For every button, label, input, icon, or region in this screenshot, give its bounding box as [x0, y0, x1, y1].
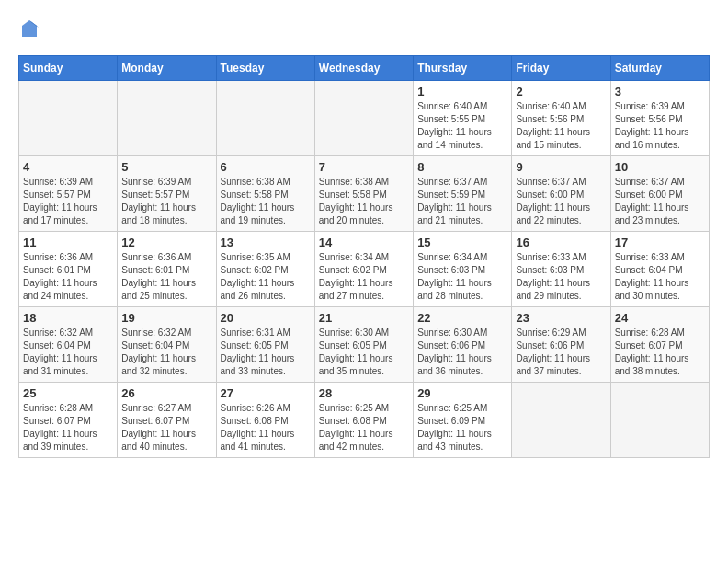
calendar-cell: 9Sunrise: 6:37 AM Sunset: 6:00 PM Daylig… — [512, 156, 610, 232]
logo — [18, 18, 44, 40]
day-number: 10 — [615, 160, 705, 174]
day-number: 21 — [319, 311, 409, 325]
calendar-cell: 13Sunrise: 6:35 AM Sunset: 6:02 PM Dayli… — [216, 232, 314, 307]
day-info: Sunrise: 6:33 AM Sunset: 6:04 PM Dayligh… — [615, 251, 705, 303]
calendar-cell: 3Sunrise: 6:39 AM Sunset: 5:56 PM Daylig… — [610, 81, 709, 156]
day-number: 2 — [516, 85, 606, 98]
calendar-cell: 29Sunrise: 6:25 AM Sunset: 6:09 PM Dayli… — [414, 383, 512, 458]
calendar-cell: 28Sunrise: 6:25 AM Sunset: 6:08 PM Dayli… — [314, 383, 413, 458]
calendar-cell: 11Sunrise: 6:36 AM Sunset: 6:01 PM Dayli… — [19, 232, 118, 307]
day-info: Sunrise: 6:25 AM Sunset: 6:08 PM Dayligh… — [319, 402, 409, 454]
day-info: Sunrise: 6:25 AM Sunset: 6:09 PM Dayligh… — [417, 402, 507, 454]
calendar-header: SundayMondayTuesdayWednesdayThursdayFrid… — [19, 56, 710, 81]
day-number: 8 — [417, 160, 507, 174]
day-number: 15 — [417, 236, 507, 249]
weekday-header-saturday: Saturday — [610, 56, 709, 81]
day-number: 20 — [221, 311, 311, 325]
day-info: Sunrise: 6:38 AM Sunset: 5:58 PM Dayligh… — [221, 176, 311, 227]
calendar-cell: 27Sunrise: 6:26 AM Sunset: 6:08 PM Dayli… — [216, 383, 314, 458]
day-info: Sunrise: 6:30 AM Sunset: 6:05 PM Dayligh… — [319, 327, 409, 378]
calendar-cell: 26Sunrise: 6:27 AM Sunset: 6:07 PM Dayli… — [118, 383, 216, 458]
day-number: 13 — [221, 236, 311, 249]
calendar-cell: 19Sunrise: 6:32 AM Sunset: 6:04 PM Dayli… — [118, 307, 216, 383]
day-info: Sunrise: 6:35 AM Sunset: 6:02 PM Dayligh… — [221, 251, 311, 303]
day-number: 4 — [23, 160, 113, 174]
calendar-cell: 22Sunrise: 6:30 AM Sunset: 6:06 PM Dayli… — [414, 307, 512, 383]
weekday-header-monday: Monday — [118, 56, 216, 81]
weekday-header-row: SundayMondayTuesdayWednesdayThursdayFrid… — [19, 56, 710, 81]
day-info: Sunrise: 6:26 AM Sunset: 6:08 PM Dayligh… — [221, 402, 311, 454]
day-info: Sunrise: 6:32 AM Sunset: 6:04 PM Dayligh… — [23, 327, 113, 378]
day-info: Sunrise: 6:36 AM Sunset: 6:01 PM Dayligh… — [23, 251, 113, 303]
calendar-cell — [118, 81, 216, 156]
day-number: 28 — [319, 386, 409, 400]
calendar-cell: 2Sunrise: 6:40 AM Sunset: 5:56 PM Daylig… — [512, 81, 610, 156]
calendar-cell — [216, 81, 314, 156]
day-info: Sunrise: 6:34 AM Sunset: 6:02 PM Dayligh… — [319, 251, 409, 303]
day-info: Sunrise: 6:27 AM Sunset: 6:07 PM Dayligh… — [121, 402, 211, 454]
day-number: 18 — [23, 311, 113, 325]
day-number: 16 — [516, 236, 606, 249]
weekday-header-thursday: Thursday — [414, 56, 512, 81]
calendar-cell: 7Sunrise: 6:38 AM Sunset: 5:58 PM Daylig… — [314, 156, 413, 232]
day-info: Sunrise: 6:33 AM Sunset: 6:03 PM Dayligh… — [516, 251, 606, 303]
calendar-cell: 14Sunrise: 6:34 AM Sunset: 6:02 PM Dayli… — [314, 232, 413, 307]
day-number: 9 — [516, 160, 606, 174]
day-number: 1 — [417, 85, 507, 98]
day-info: Sunrise: 6:38 AM Sunset: 5:58 PM Dayligh… — [319, 176, 409, 227]
calendar-cell: 1Sunrise: 6:40 AM Sunset: 5:55 PM Daylig… — [414, 81, 512, 156]
day-info: Sunrise: 6:37 AM Sunset: 5:59 PM Dayligh… — [417, 176, 507, 227]
day-number: 27 — [221, 386, 311, 400]
calendar-cell: 8Sunrise: 6:37 AM Sunset: 5:59 PM Daylig… — [414, 156, 512, 232]
day-number: 14 — [319, 236, 409, 249]
day-number: 7 — [319, 160, 409, 174]
day-number: 29 — [417, 386, 507, 400]
calendar-cell — [314, 81, 413, 156]
day-info: Sunrise: 6:31 AM Sunset: 6:05 PM Dayligh… — [221, 327, 311, 378]
calendar-week-1: 1Sunrise: 6:40 AM Sunset: 5:55 PM Daylig… — [19, 81, 710, 156]
day-number: 25 — [23, 386, 113, 400]
calendar-cell: 21Sunrise: 6:30 AM Sunset: 6:05 PM Dayli… — [314, 307, 413, 383]
calendar-cell: 25Sunrise: 6:28 AM Sunset: 6:07 PM Dayli… — [19, 383, 118, 458]
day-number: 26 — [121, 386, 211, 400]
calendar-cell: 18Sunrise: 6:32 AM Sunset: 6:04 PM Dayli… — [19, 307, 118, 383]
weekday-header-friday: Friday — [512, 56, 610, 81]
day-info: Sunrise: 6:28 AM Sunset: 6:07 PM Dayligh… — [615, 327, 705, 378]
day-info: Sunrise: 6:39 AM Sunset: 5:57 PM Dayligh… — [23, 176, 113, 227]
day-number: 23 — [516, 311, 606, 325]
day-info: Sunrise: 6:30 AM Sunset: 6:06 PM Dayligh… — [417, 327, 507, 378]
calendar-week-2: 4Sunrise: 6:39 AM Sunset: 5:57 PM Daylig… — [19, 156, 710, 232]
weekday-header-sunday: Sunday — [19, 56, 118, 81]
day-number: 5 — [121, 160, 211, 174]
day-info: Sunrise: 6:36 AM Sunset: 6:01 PM Dayligh… — [121, 251, 211, 303]
day-number: 3 — [615, 85, 705, 98]
page-header — [18, 18, 710, 40]
day-number: 19 — [121, 311, 211, 325]
calendar-cell: 12Sunrise: 6:36 AM Sunset: 6:01 PM Dayli… — [118, 232, 216, 307]
calendar-cell: 24Sunrise: 6:28 AM Sunset: 6:07 PM Dayli… — [610, 307, 709, 383]
calendar-cell: 17Sunrise: 6:33 AM Sunset: 6:04 PM Dayli… — [610, 232, 709, 307]
day-number: 12 — [121, 236, 211, 249]
day-number: 22 — [417, 311, 507, 325]
day-number: 11 — [23, 236, 113, 249]
calendar-cell: 6Sunrise: 6:38 AM Sunset: 5:58 PM Daylig… — [216, 156, 314, 232]
calendar-cell: 5Sunrise: 6:39 AM Sunset: 5:57 PM Daylig… — [118, 156, 216, 232]
day-info: Sunrise: 6:40 AM Sunset: 5:55 PM Dayligh… — [417, 100, 507, 152]
calendar-cell — [610, 383, 709, 458]
day-info: Sunrise: 6:29 AM Sunset: 6:06 PM Dayligh… — [516, 327, 606, 378]
calendar-cell: 4Sunrise: 6:39 AM Sunset: 5:57 PM Daylig… — [19, 156, 118, 232]
calendar-week-4: 18Sunrise: 6:32 AM Sunset: 6:04 PM Dayli… — [19, 307, 710, 383]
day-info: Sunrise: 6:39 AM Sunset: 5:56 PM Dayligh… — [615, 100, 705, 152]
day-number: 17 — [615, 236, 705, 249]
logo-icon — [18, 18, 40, 40]
day-info: Sunrise: 6:40 AM Sunset: 5:56 PM Dayligh… — [516, 100, 606, 152]
day-info: Sunrise: 6:32 AM Sunset: 6:04 PM Dayligh… — [121, 327, 211, 378]
day-info: Sunrise: 6:34 AM Sunset: 6:03 PM Dayligh… — [417, 251, 507, 303]
day-number: 6 — [221, 160, 311, 174]
day-number: 24 — [615, 311, 705, 325]
calendar-cell: 10Sunrise: 6:37 AM Sunset: 6:00 PM Dayli… — [610, 156, 709, 232]
weekday-header-tuesday: Tuesday — [216, 56, 314, 81]
calendar-week-3: 11Sunrise: 6:36 AM Sunset: 6:01 PM Dayli… — [19, 232, 710, 307]
calendar-cell: 23Sunrise: 6:29 AM Sunset: 6:06 PM Dayli… — [512, 307, 610, 383]
day-info: Sunrise: 6:39 AM Sunset: 5:57 PM Dayligh… — [121, 176, 211, 227]
